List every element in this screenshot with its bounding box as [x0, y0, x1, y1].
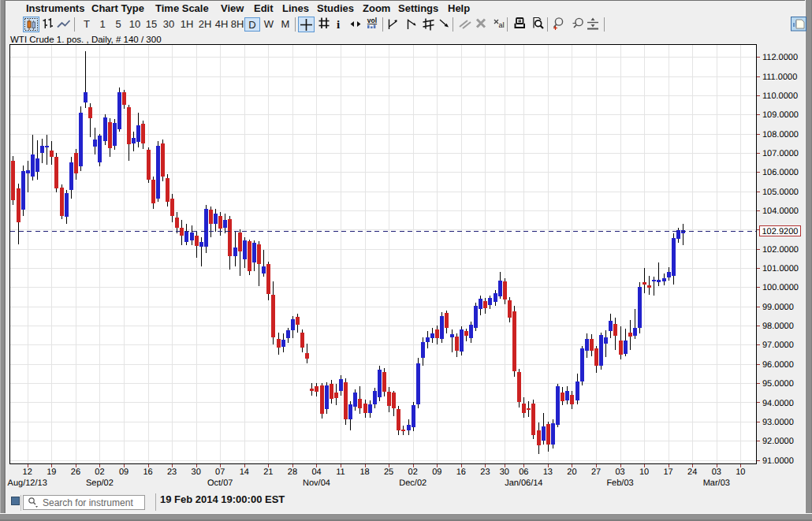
svg-text:106.0000: 106.0000: [762, 168, 799, 177]
svg-text:102.9200: 102.9200: [762, 227, 799, 236]
svg-text:102.0000: 102.0000: [762, 245, 799, 255]
svg-text:112.0000: 112.0000: [762, 53, 798, 62]
svg-text:11: 11: [336, 467, 345, 477]
svg-text:Oct/07: Oct/07: [207, 478, 233, 488]
svg-text:10: 10: [639, 467, 649, 477]
svg-text:26: 26: [71, 467, 80, 477]
svg-text:24: 24: [687, 467, 697, 477]
svg-text:02: 02: [95, 467, 104, 477]
svg-text:108.0000: 108.0000: [762, 130, 799, 140]
svg-text:99.0000: 99.0000: [762, 303, 794, 312]
svg-text:30: 30: [192, 467, 201, 477]
svg-text:Jan/06/14: Jan/06/14: [505, 478, 542, 488]
svg-text:23: 23: [480, 467, 490, 477]
svg-text:107.0000: 107.0000: [762, 149, 799, 158]
svg-text:100.0000: 100.0000: [762, 283, 799, 292]
svg-text:91.0000: 91.0000: [762, 456, 794, 466]
svg-text:92.0000: 92.0000: [762, 437, 794, 446]
svg-text:95.0000: 95.0000: [762, 379, 794, 389]
svg-text:Mar/03: Mar/03: [703, 478, 730, 488]
svg-text:Dec/02: Dec/02: [399, 478, 426, 488]
svg-text:30: 30: [500, 467, 509, 477]
svg-text:105.0000: 105.0000: [762, 188, 799, 197]
svg-text:18: 18: [359, 467, 369, 477]
svg-text:16: 16: [456, 467, 466, 477]
svg-text:Aug/12/13: Aug/12/13: [8, 478, 47, 488]
svg-text:104.0000: 104.0000: [762, 207, 799, 216]
svg-text:97.0000: 97.0000: [762, 341, 794, 350]
svg-text:96.0000: 96.0000: [762, 360, 794, 370]
svg-text:17: 17: [663, 467, 672, 477]
svg-text:all: all: [499, 21, 505, 29]
svg-text:20: 20: [567, 467, 576, 477]
svg-text:06: 06: [519, 467, 528, 477]
svg-text:10: 10: [736, 467, 745, 477]
svg-text:07: 07: [215, 467, 225, 477]
svg-text:27: 27: [591, 467, 601, 477]
svg-text:14: 14: [240, 467, 249, 477]
svg-text:vol: vol: [367, 17, 377, 24]
svg-text:16: 16: [143, 467, 152, 477]
svg-text:25: 25: [384, 467, 393, 477]
svg-text:28: 28: [288, 467, 297, 477]
svg-text:101.0000: 101.0000: [762, 264, 799, 274]
svg-text:Feb/03: Feb/03: [606, 478, 633, 488]
svg-text:09: 09: [432, 467, 441, 477]
svg-text:23: 23: [167, 467, 177, 477]
svg-text:02: 02: [408, 467, 418, 477]
svg-text:13: 13: [543, 467, 553, 477]
svg-text:98.0000: 98.0000: [762, 322, 794, 331]
svg-text:Sep/02: Sep/02: [86, 478, 114, 488]
svg-text:03: 03: [615, 467, 624, 477]
svg-text:111.0000: 111.0000: [762, 73, 797, 82]
svg-text:03: 03: [712, 467, 721, 477]
svg-text:21: 21: [263, 467, 273, 477]
svg-text:109.0000: 109.0000: [762, 110, 799, 120]
svg-text:19: 19: [47, 467, 56, 477]
svg-text:09: 09: [119, 467, 129, 477]
svg-text:93.0000: 93.0000: [762, 418, 794, 427]
svg-text:110.0000: 110.0000: [762, 91, 798, 101]
svg-text:12: 12: [23, 467, 32, 477]
svg-text:94.0000: 94.0000: [762, 399, 794, 408]
svg-text:Nov/04: Nov/04: [303, 478, 330, 488]
svg-text:i: i: [337, 18, 340, 31]
svg-text:04: 04: [311, 467, 321, 477]
